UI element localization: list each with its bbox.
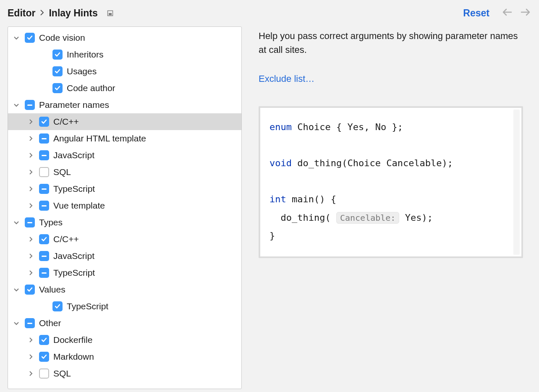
forward-arrow-icon[interactable] — [521, 8, 531, 18]
checkbox-mixed[interactable] — [39, 251, 49, 261]
checkbox-mixed[interactable] — [39, 184, 49, 194]
checkbox-mixed[interactable] — [39, 201, 49, 211]
checkbox[interactable] — [39, 335, 49, 345]
tree-item-types-js[interactable]: JavaScript — [8, 248, 241, 264]
code-text: do_thing(Choice Cancelable); — [292, 158, 453, 168]
tree-label: Angular HTML template — [53, 133, 146, 144]
checkbox-mixed[interactable] — [39, 268, 49, 278]
code-text: Yes); — [399, 212, 432, 223]
breadcrumb-leaf: Inlay Hints — [49, 8, 97, 19]
chevron-right-icon[interactable] — [26, 167, 36, 177]
tree-item-code-vision[interactable]: Code vision — [8, 29, 241, 46]
tree-label: C/C++ — [53, 234, 79, 244]
checkbox-mixed[interactable] — [39, 133, 49, 144]
code-text: } — [270, 230, 275, 241]
tree-label: SQL — [53, 368, 71, 379]
checkbox[interactable] — [52, 301, 63, 311]
exclude-list-link[interactable]: Exclude list… — [259, 73, 314, 84]
chevron-right-icon[interactable] — [26, 268, 36, 278]
checkbox[interactable] — [52, 83, 63, 93]
code-keyword: int — [270, 194, 286, 204]
checkbox[interactable] — [52, 66, 63, 76]
checkbox[interactable] — [52, 50, 63, 60]
tree-label: Usages — [67, 66, 97, 76]
nav-arrows — [502, 8, 531, 18]
checkbox-mixed[interactable] — [25, 100, 35, 110]
tree-label: C/C++ — [53, 117, 79, 127]
chevron-right-icon[interactable] — [26, 335, 36, 345]
chevron-down-icon[interactable] — [11, 285, 21, 295]
tree-item-values-ts[interactable]: TypeScript — [8, 298, 241, 315]
chevron-down-icon[interactable] — [11, 217, 21, 227]
chevron-right-icon[interactable] — [26, 352, 36, 362]
tree-label: Types — [39, 217, 63, 227]
tree-item-types-ccpp[interactable]: C/C++ — [8, 231, 241, 248]
tree-item-other-md[interactable]: Markdown — [8, 348, 241, 365]
detail-panel: Help you pass correct arguments by showi… — [259, 26, 531, 389]
tree-item-other[interactable]: Other — [8, 315, 241, 332]
code-keyword: void — [270, 158, 292, 168]
checkbox-mixed[interactable] — [39, 150, 49, 160]
tree-label: Values — [39, 285, 65, 295]
tree-item-param-js[interactable]: JavaScript — [8, 147, 241, 164]
checkbox-unchecked[interactable] — [39, 167, 49, 177]
checkbox[interactable] — [25, 33, 35, 43]
tree-item-values[interactable]: Values — [8, 281, 241, 298]
tree-label: Parameter names — [39, 100, 109, 110]
checkbox[interactable] — [39, 234, 49, 244]
tree-item-types-ts[interactable]: TypeScript — [8, 264, 241, 281]
tree-item-param-angular[interactable]: Angular HTML template — [8, 130, 241, 147]
tree-item-param-vue[interactable]: Vue template — [8, 197, 241, 214]
tree-item-parameter-names[interactable]: Parameter names — [8, 97, 241, 113]
scrollbar[interactable] — [513, 110, 520, 255]
tree-item-other-sql[interactable]: SQL — [8, 365, 241, 382]
tree-item-param-ts[interactable]: TypeScript — [8, 180, 241, 197]
code-text: Choice { Yes, No }; — [292, 122, 403, 132]
settings-tree[interactable]: Code vision Inheritors Usages Code autho… — [8, 26, 242, 389]
chevron-right-icon[interactable] — [26, 150, 36, 160]
chevron-down-icon[interactable] — [11, 33, 21, 43]
chevron-down-icon[interactable] — [11, 100, 21, 110]
chevron-right-icon[interactable] — [26, 133, 36, 144]
tree-item-other-docker[interactable]: Dockerfile — [8, 332, 241, 348]
tree-label: Inheritors — [67, 50, 104, 60]
tree-label: Code vision — [39, 33, 85, 43]
chevron-right-icon[interactable] — [26, 234, 36, 244]
svg-rect-1 — [109, 13, 112, 15]
tree-item-param-ccpp[interactable]: C/C++ — [8, 113, 241, 130]
chevron-right-icon[interactable] — [26, 184, 36, 194]
tree-item-param-sql[interactable]: SQL — [8, 164, 241, 180]
tree-label: JavaScript — [53, 150, 94, 160]
header-bar: Editor Inlay Hints Reset — [0, 0, 539, 26]
tree-item-code-author[interactable]: Code author — [8, 80, 241, 97]
tree-item-inheritors[interactable]: Inheritors — [8, 46, 241, 63]
tree-label: Other — [39, 318, 61, 328]
checkbox[interactable] — [39, 352, 49, 362]
chevron-right-icon — [40, 9, 44, 18]
tree-label: TypeScript — [67, 301, 108, 311]
checkbox[interactable] — [25, 285, 35, 295]
tree-label: Dockerfile — [53, 335, 92, 345]
content-area: Code vision Inheritors Usages Code autho… — [0, 26, 539, 389]
tree-label: Code author — [67, 83, 115, 93]
back-arrow-icon[interactable] — [502, 8, 512, 18]
checkbox-mixed[interactable] — [25, 318, 35, 328]
tree-item-types[interactable]: Types — [8, 214, 241, 231]
breadcrumb-root[interactable]: Editor — [8, 8, 35, 19]
tree-label: Vue template — [53, 201, 105, 211]
checkbox-unchecked[interactable] — [39, 368, 49, 379]
tree-item-usages[interactable]: Usages — [8, 63, 241, 80]
help-text: Help you pass correct arguments by showi… — [259, 29, 523, 57]
chevron-right-icon[interactable] — [26, 251, 36, 261]
expand-window-icon[interactable] — [107, 10, 113, 16]
reset-button[interactable]: Reset — [463, 8, 489, 19]
chevron-right-icon[interactable] — [26, 201, 36, 211]
checkbox-mixed[interactable] — [25, 217, 35, 227]
chevron-right-icon[interactable] — [26, 117, 36, 127]
chevron-down-icon[interactable] — [11, 318, 21, 328]
code-preview: enum Choice { Yes, No }; void do_thing(C… — [259, 106, 523, 258]
breadcrumb: Editor Inlay Hints — [8, 8, 463, 19]
checkbox[interactable] — [39, 117, 49, 127]
tree-label: JavaScript — [53, 251, 94, 261]
chevron-right-icon[interactable] — [26, 368, 36, 379]
